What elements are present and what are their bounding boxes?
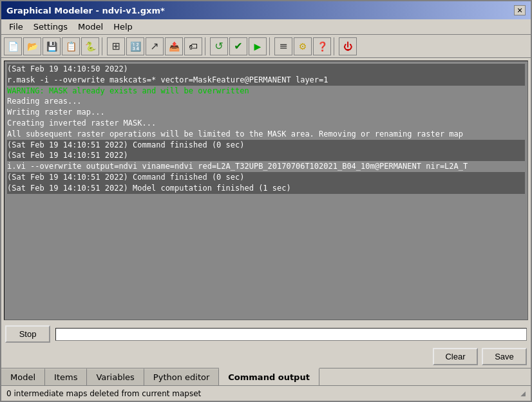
add-module-icon xyxy=(111,40,120,52)
tab-model[interactable]: Model xyxy=(1,368,45,385)
resize-icon: ◢ xyxy=(520,390,526,397)
export-icon xyxy=(169,41,180,52)
console-line: (Sat Feb 19 14:10:51 2022) Command finis… xyxy=(7,172,525,183)
validate-button[interactable] xyxy=(229,37,247,55)
save-button[interactable] xyxy=(43,37,61,55)
check-icon xyxy=(234,40,242,52)
open-icon xyxy=(27,41,38,52)
menu-settings[interactable]: Settings xyxy=(28,21,73,33)
content-area: (Sat Feb 19 14:10:50 2022)r.mask -i --ov… xyxy=(1,58,531,368)
console-line: (Sat Feb 19 14:10:51 2022) Model computa… xyxy=(7,183,525,194)
refresh-icon xyxy=(214,40,223,52)
menu-file[interactable]: File xyxy=(4,21,28,33)
separator-1 xyxy=(102,37,104,55)
open-button[interactable] xyxy=(23,37,41,55)
list-icon xyxy=(279,40,287,52)
label-button[interactable] xyxy=(184,37,202,55)
toolbar xyxy=(1,35,531,58)
separator-3 xyxy=(269,37,272,55)
console-line: (Sat Feb 19 14:10:51 2022) Command finis… xyxy=(7,140,525,151)
modules-icon xyxy=(299,41,307,52)
output-console[interactable]: (Sat Feb 19 14:10:50 2022)r.mask -i --ov… xyxy=(4,61,528,320)
run-icon xyxy=(254,41,261,52)
number-icon xyxy=(130,41,141,52)
help-icon xyxy=(317,41,328,52)
run-button[interactable] xyxy=(249,37,267,55)
separator-2 xyxy=(205,37,207,55)
tab-python-editor[interactable]: Python editor xyxy=(144,368,219,385)
console-line: WARNING: MASK already exists and will be… xyxy=(7,86,525,97)
save-output-button[interactable]: Save xyxy=(482,348,527,365)
status-text: 0 intermediate maps deleted from current… xyxy=(6,389,201,398)
tab-items[interactable]: Items xyxy=(45,368,87,385)
save-icon xyxy=(46,41,57,52)
console-line: Writing raster map... xyxy=(7,107,525,118)
exit-icon xyxy=(343,41,352,52)
main-window: Graphical Modeler - ndvi-v1.gxm* ✕ File … xyxy=(0,0,532,402)
new-button[interactable] xyxy=(4,37,22,55)
title-bar: Graphical Modeler - ndvi-v1.gxm* ✕ xyxy=(1,1,531,19)
console-line: Reading areas... xyxy=(7,96,525,107)
stop-button[interactable]: Stop xyxy=(5,325,50,343)
console-line: Creating inverted raster MASK... xyxy=(7,118,525,129)
python-button[interactable] xyxy=(81,37,99,55)
add-module-button[interactable] xyxy=(107,37,125,55)
new-icon xyxy=(8,41,19,52)
console-line: All subsequent raster operations will be… xyxy=(7,129,525,140)
console-line: (Sat Feb 19 14:10:50 2022) xyxy=(7,64,525,75)
python-icon xyxy=(85,41,96,52)
console-line: r.mask -i --overwrite maskcats=* vector=… xyxy=(7,75,525,86)
console-line: i.vi --overwrite output=ndvi viname=ndvi… xyxy=(7,161,525,172)
action-buttons: Clear Save xyxy=(1,345,531,368)
menu-model[interactable]: Model xyxy=(73,21,108,33)
modules-button[interactable] xyxy=(294,37,312,55)
clear-button[interactable]: Clear xyxy=(433,348,478,365)
tab-command-output[interactable]: Command output xyxy=(219,368,319,385)
separator-4 xyxy=(334,37,336,55)
number-button[interactable] xyxy=(126,37,144,55)
list-button[interactable] xyxy=(274,37,292,55)
bottom-controls: Stop xyxy=(1,323,531,345)
menu-help[interactable]: Help xyxy=(108,21,138,33)
tabs-bar: Model Items Variables Python editor Comm… xyxy=(1,368,531,385)
progress-bar xyxy=(55,328,527,341)
status-bar: 0 intermediate maps deleted from current… xyxy=(1,385,531,401)
menu-bar: File Settings Model Help xyxy=(1,19,531,35)
export-button[interactable] xyxy=(165,37,183,55)
console-line: (Sat Feb 19 14:10:51 2022) xyxy=(7,150,525,161)
exit-button[interactable] xyxy=(339,37,357,55)
label-icon xyxy=(189,41,198,52)
close-button[interactable]: ✕ xyxy=(514,5,526,15)
arrow-icon xyxy=(150,40,158,52)
refresh-button[interactable] xyxy=(210,37,228,55)
tab-variables[interactable]: Variables xyxy=(87,368,144,385)
help-button[interactable] xyxy=(313,37,331,55)
saveas-button[interactable] xyxy=(62,37,80,55)
saveas-icon xyxy=(66,41,77,52)
window-title: Graphical Modeler - ndvi-v1.gxm* xyxy=(6,6,165,15)
arrow-button[interactable] xyxy=(146,37,164,55)
